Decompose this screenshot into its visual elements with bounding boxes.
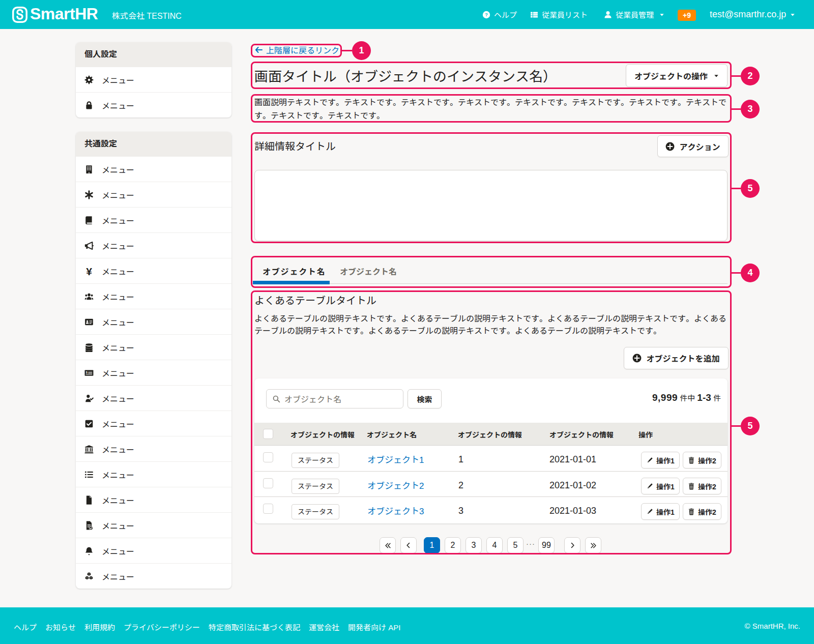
svg-text:?: ? — [485, 12, 488, 17]
svg-text:¥: ¥ — [86, 267, 92, 276]
